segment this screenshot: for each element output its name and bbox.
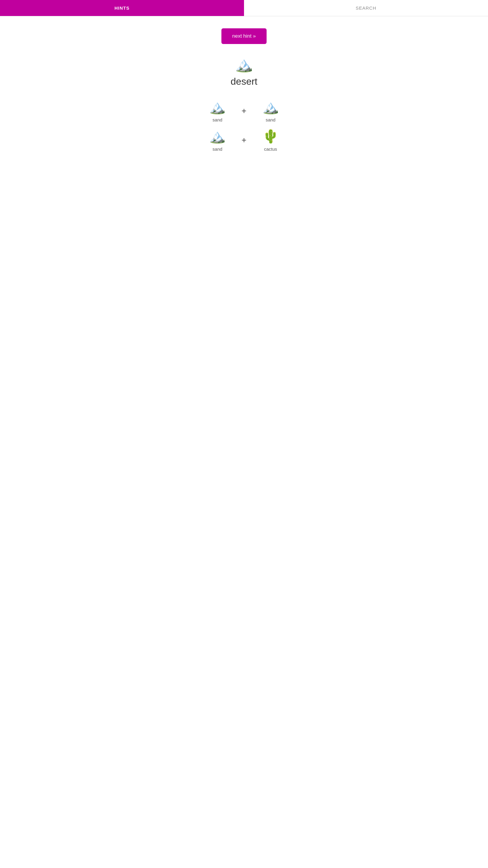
ingredient-2-2: 🌵 cactus (258, 128, 283, 152)
sand-icon-2: 🏔️ (262, 99, 279, 115)
recipe-row-1: 🏔️ sand + 🏔️ sand (6, 99, 482, 122)
recipe-row-2: 🏔️ sand + 🌵 cactus (6, 128, 482, 152)
sand-icon-3: 🏔️ (209, 128, 226, 144)
sand-label-1: sand (213, 117, 223, 122)
cactus-icon: 🌵 (262, 128, 279, 144)
tabs: HINTS SEARCH (0, 0, 488, 16)
sand-label-3: sand (213, 147, 223, 152)
ingredient-1-2: 🏔️ sand (258, 99, 283, 122)
ingredient-2-1: 🏔️ sand (205, 128, 230, 152)
main-content: next hint » 🏔️ desert 🏔️ sand + 🏔️ sand … (0, 16, 488, 164)
sand-label-2: sand (266, 117, 275, 122)
result-label: desert (231, 76, 258, 87)
tab-hints[interactable]: HINTS (0, 0, 244, 16)
next-hint-button[interactable]: next hint » (221, 28, 267, 44)
cactus-label: cactus (264, 147, 277, 152)
plus-sign-1: + (241, 106, 247, 116)
ingredient-1-1: 🏔️ sand (205, 99, 230, 122)
plus-sign-2: + (241, 135, 247, 145)
recipes-list: 🏔️ sand + 🏔️ sand 🏔️ sand + 🌵 cactus (6, 99, 482, 152)
result-icon: 🏔️ (235, 56, 253, 73)
tab-search[interactable]: SEARCH (244, 0, 488, 16)
sand-icon-1: 🏔️ (209, 99, 226, 115)
